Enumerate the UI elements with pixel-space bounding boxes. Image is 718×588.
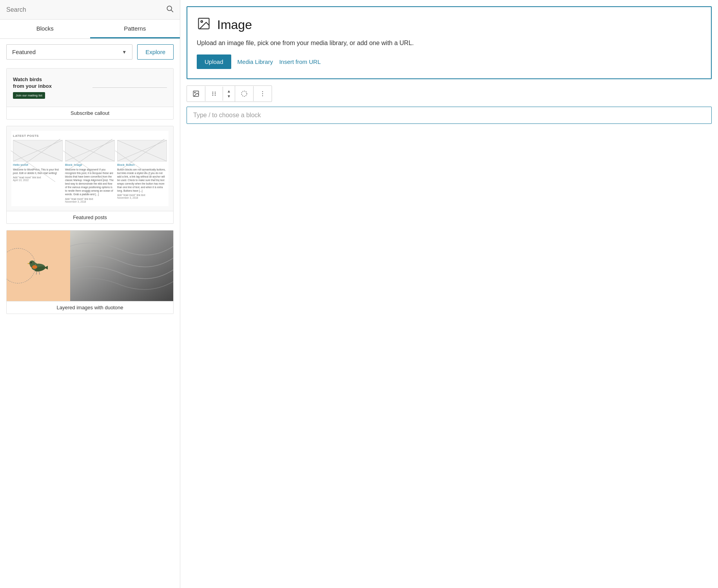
- svg-point-25: [212, 93, 213, 94]
- post-item-1: Hello world! Welcome to WordPress. This …: [13, 140, 63, 203]
- svg-point-27: [212, 95, 213, 96]
- post-excerpt-2: Welcome to image alignment! If you recog…: [65, 168, 115, 196]
- post-item-3: Block: Button Button blocks are not sema…: [117, 140, 167, 203]
- post-title-2: Block: Image: [65, 163, 115, 167]
- layered-label: Layered images with duotone: [7, 301, 173, 314]
- layered-preview: [7, 230, 173, 301]
- upload-button[interactable]: Upload: [197, 54, 231, 69]
- post-image-3: [117, 140, 167, 162]
- post-date-1: April 10, 2022: [13, 179, 63, 181]
- search-input[interactable]: [6, 6, 166, 13]
- image-block-icon: [197, 16, 211, 33]
- svg-point-24: [215, 92, 216, 93]
- image-block-title: Image: [217, 18, 252, 32]
- layered-preview-wrap: [7, 230, 173, 301]
- post-excerpt-3: Button blocks are not semantically butto…: [117, 168, 167, 193]
- block-input[interactable]: Type / to choose a block: [187, 107, 712, 124]
- subscribe-title: Watch birdsfrom your inbox: [13, 76, 88, 90]
- down-arrow-icon: ▼: [227, 94, 231, 98]
- svg-point-23: [212, 92, 213, 93]
- svg-point-28: [215, 95, 216, 96]
- toolbar-image-icon[interactable]: [187, 86, 205, 101]
- svg-point-26: [215, 93, 216, 94]
- svg-rect-18: [70, 230, 174, 301]
- posts-grid: Hello world! Welcome to WordPress. This …: [13, 140, 167, 203]
- svg-point-32: [262, 95, 263, 96]
- post-excerpt-1: Welcome to WordPress. This is your first…: [13, 168, 63, 175]
- chevron-down-icon: ▼: [122, 49, 127, 55]
- pattern-card-layered[interactable]: Layered images with duotone: [6, 230, 174, 314]
- left-panel: Blocks Patterns Featured ▼ Explore Watch…: [0, 0, 180, 588]
- block-toolbar: ▲ ▼: [187, 85, 272, 102]
- image-block-header: Image: [197, 16, 702, 33]
- featured-posts-preview: LATEST POSTS Hello world! Welcome: [7, 126, 173, 211]
- toolbar-move-arrows[interactable]: ▲ ▼: [223, 86, 235, 102]
- pattern-card-subscribe[interactable]: Watch birdsfrom your inbox Join our mail…: [6, 68, 174, 120]
- image-block-actions: Upload Media Library Insert from URL: [197, 54, 702, 69]
- post-read-more-1: Add "read more" link text: [13, 176, 63, 179]
- subscribe-line: [92, 87, 167, 88]
- svg-point-20: [201, 21, 203, 23]
- category-dropdown[interactable]: Featured ▼: [6, 44, 132, 60]
- media-library-link[interactable]: Media Library: [238, 58, 273, 65]
- toolbar-dots-icon[interactable]: [235, 86, 254, 101]
- svg-point-31: [262, 93, 263, 94]
- tab-blocks[interactable]: Blocks: [0, 20, 90, 38]
- up-arrow-icon: ▲: [227, 89, 231, 93]
- tab-patterns[interactable]: Patterns: [90, 20, 180, 38]
- featured-posts-label: Featured posts: [7, 211, 173, 223]
- svg-line-16: [36, 271, 37, 274]
- post-read-more-3: Add "read more" link text: [117, 194, 167, 196]
- post-title-1: Hello world!: [13, 163, 63, 167]
- layered-right: [70, 230, 174, 301]
- svg-line-1: [171, 10, 173, 12]
- right-panel: Image Upload an image file, pick one fro…: [180, 0, 718, 588]
- post-date-3: November 3, 2018: [117, 196, 167, 199]
- dropdown-row: Featured ▼ Explore: [0, 39, 180, 65]
- layered-left: [7, 230, 70, 301]
- subscribe-label: Subscribe callout: [7, 107, 173, 119]
- svg-line-17: [39, 271, 40, 274]
- post-title-3: Block: Button: [117, 163, 167, 167]
- search-icon: [166, 5, 174, 15]
- search-bar: [0, 0, 180, 20]
- patterns-list: Watch birdsfrom your inbox Join our mail…: [0, 65, 180, 588]
- subscribe-text-block: Watch birdsfrom your inbox Join our mail…: [13, 76, 88, 99]
- post-item-2: Block: Image Welcome to image alignment!…: [65, 140, 115, 203]
- image-block-container: Image Upload an image file, pick one fro…: [187, 6, 712, 79]
- subscribe-preview: Watch birdsfrom your inbox Join our mail…: [7, 69, 173, 107]
- image-block-description: Upload an image file, pick one from your…: [197, 40, 702, 47]
- toolbar-more-icon[interactable]: [254, 86, 272, 101]
- post-image-2: [65, 140, 115, 162]
- insert-from-url-link[interactable]: Insert from URL: [279, 58, 321, 65]
- svg-point-22: [194, 92, 195, 93]
- dropdown-value: Featured: [12, 49, 36, 55]
- latest-posts-label: LATEST POSTS: [13, 134, 167, 138]
- post-image-1: [13, 140, 63, 162]
- post-read-more-2: Add "read more" link text: [65, 198, 115, 200]
- pattern-card-featured-posts[interactable]: LATEST POSTS Hello world! Welcome: [6, 126, 174, 224]
- subscribe-btn-preview: Join our mailing list: [13, 92, 45, 99]
- tabs: Blocks Patterns: [0, 20, 180, 39]
- svg-point-30: [262, 91, 263, 92]
- explore-button[interactable]: Explore: [137, 44, 174, 60]
- toolbar-drag-handle[interactable]: [205, 87, 223, 101]
- post-date-2: November 3, 2018: [65, 200, 115, 203]
- svg-point-29: [241, 91, 247, 96]
